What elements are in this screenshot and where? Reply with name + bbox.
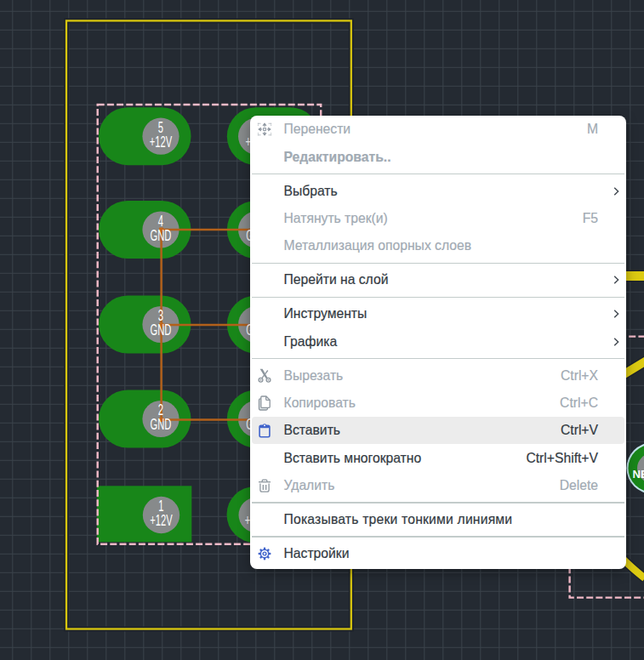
svg-text:GND: GND <box>151 226 172 243</box>
svg-text:GND: GND <box>151 321 172 338</box>
svg-text:NET1: NET1 <box>633 468 644 481</box>
svg-text:+12V: +12V <box>150 511 172 528</box>
svg-text:GND: GND <box>151 415 172 432</box>
svg-text:+12V: +12V <box>150 133 172 150</box>
